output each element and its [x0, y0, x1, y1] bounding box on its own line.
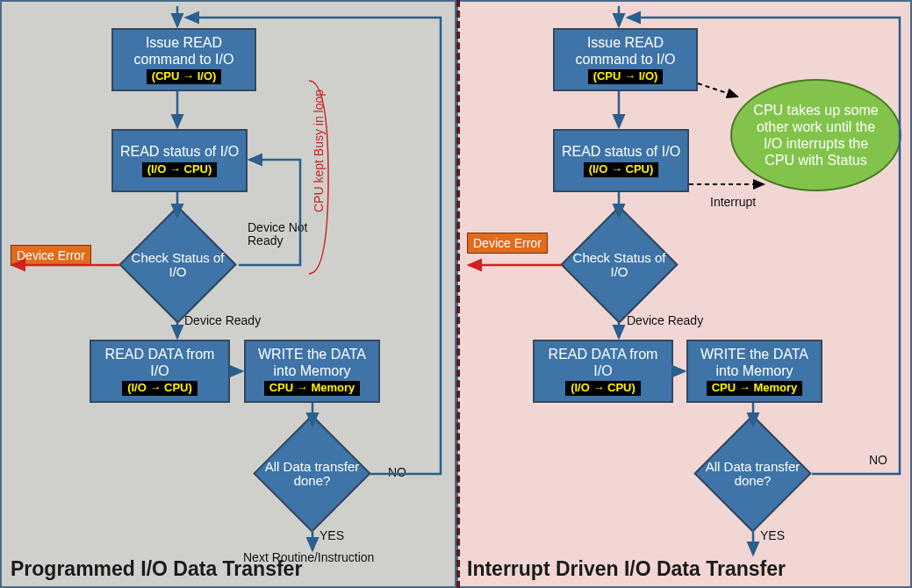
box-read-data-right: READ DATA from I/O (I/O → CPU) [533, 340, 673, 403]
tag: (I/O → CPU) [584, 162, 659, 177]
label-no-right: NO [869, 453, 887, 467]
tag: CPU → Memory [707, 381, 803, 396]
tag: CPU → Memory [264, 381, 361, 396]
text: Check Status of I/O [567, 250, 672, 279]
text: Check Status of I/O [126, 250, 231, 279]
text: READ status of I/O [120, 144, 239, 160]
label-ready-right: Device Ready [627, 313, 703, 327]
text: All Data transfer done? [700, 459, 806, 488]
text: All Data transfer done? [260, 459, 365, 488]
diamond-done-left: All Data transfer done? [270, 432, 354, 515]
left-panel: Issue READ command to I/O (CPU → I/O) RE… [0, 0, 456, 588]
box-write-mem-right: WRITE the DATA into Memory CPU → Memory [686, 340, 822, 403]
cpu-other-work-ellipse: CPU takes up some other work until the I… [730, 79, 901, 191]
box-write-mem-left: WRITE the DATA into Memory CPU → Memory [244, 340, 380, 403]
text: CPU takes up some other work until the I… [748, 102, 884, 169]
panel-title-left: Programmed I/O Data Transfer [11, 557, 302, 581]
diamond-check-left: Check Status of I/O [136, 223, 219, 306]
device-error-left: Device Error [11, 245, 91, 266]
text: Issue READ command to I/O [118, 35, 249, 68]
text: READ DATA from I/O [97, 347, 223, 379]
text: READ DATA from I/O [540, 347, 666, 379]
text: WRITE the DATA into Memory [251, 347, 373, 379]
panel-title-right: Interrupt Driven I/O Data Transfer [467, 557, 786, 581]
label-not-ready: Device Not Ready [248, 221, 327, 248]
text: READ status of I/O [562, 144, 680, 160]
text: Issue READ command to I/O [560, 35, 691, 68]
svg-line-10 [698, 83, 737, 97]
right-panel: Issue READ command to I/O (CPU → I/O) RE… [456, 0, 912, 588]
tag: (I/O → CPU) [565, 381, 641, 396]
busy-loop-label: CPU kept Busy in loop [312, 90, 326, 212]
label-ready-left: Device Ready [184, 313, 261, 327]
tag: (I/O → CPU) [142, 162, 218, 177]
text: WRITE the DATA into Memory [693, 347, 815, 379]
box-issue-read-right: Issue READ command to I/O (CPU → I/O) [553, 28, 698, 91]
tag: (CPU → I/O) [147, 69, 222, 84]
diamond-check-right: Check Status of I/O [578, 223, 661, 306]
label-no-left: NO [388, 465, 406, 479]
panel-divider [456, 0, 460, 588]
tag: (CPU → I/O) [588, 69, 664, 84]
tag: (I/O → CPU) [122, 381, 197, 396]
box-read-status-left: READ status of I/O (I/O → CPU) [111, 129, 248, 192]
label-yes-right: YES [760, 528, 785, 542]
label-interrupt: Interrupt [710, 195, 756, 209]
diamond-done-right: All Data transfer done? [711, 432, 794, 515]
label-yes-left: YES [320, 528, 344, 542]
device-error-right: Device Error [467, 233, 548, 254]
box-issue-read-left: Issue READ command to I/O (CPU → I/O) [111, 28, 256, 91]
box-read-data-left: READ DATA from I/O (I/O → CPU) [90, 340, 230, 403]
box-read-status-right: READ status of I/O (I/O → CPU) [553, 129, 689, 192]
